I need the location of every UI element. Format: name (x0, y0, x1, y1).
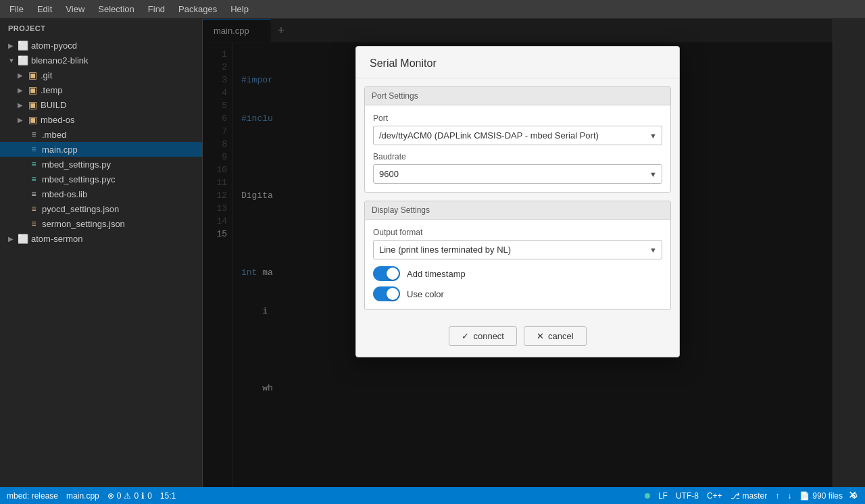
right-sidebar (833, 19, 865, 487)
sidebar-item-label: mbed_settings.pyc (42, 174, 115, 184)
output-format-select[interactable]: Line (print lines terminated by NL)Both … (373, 240, 662, 259)
folder-icon: ▣ (27, 70, 38, 80)
sidebar-item-label: mbed-os (41, 115, 75, 125)
sidebar-item-label: sermon_settings.json (42, 219, 125, 229)
status-encoding[interactable]: UTF-8 (676, 491, 699, 501)
sidebar-item-temp[interactable]: ▶ ▣ .temp (0, 82, 202, 97)
file-icon-lib: ≡ (28, 188, 39, 199)
sidebar-item-label: atom-pyocd (31, 41, 77, 51)
menu-help[interactable]: Help (224, 0, 255, 18)
status-git[interactable]: ⎇ master (731, 491, 768, 501)
display-settings-header: Display Settings (365, 201, 670, 220)
baudrate-select[interactable]: 9600115200576003840019200480024001200 (373, 164, 662, 184)
connect-checkmark-icon: ✓ (462, 331, 469, 341)
baudrate-label: Baudrate (373, 152, 662, 161)
statusbar: mbed: release main.cpp ⊗ 0 ⚠ 0 ℹ 0 15:1 … (0, 487, 865, 504)
status-lang[interactable]: C++ (707, 491, 722, 501)
up-arrow-icon: ↑ (775, 491, 779, 501)
sidebar-item-mbed-settings-pyc[interactable]: ≡ mbed_settings.pyc (0, 172, 202, 186)
use-color-toggle[interactable] (373, 286, 400, 301)
sidebar-item-mbed-settings-py[interactable]: ≡ mbed_settings.py (0, 157, 202, 172)
port-label: Port (373, 114, 662, 123)
chevron-right-icon: ▶ (8, 235, 18, 243)
use-color-row: Use color (373, 286, 662, 301)
menu-selection[interactable]: Selection (91, 0, 141, 18)
sidebar-item-main-cpp[interactable]: ≡ main.cpp (0, 142, 202, 157)
sidebar-item-label: blenano2-blink (31, 55, 89, 66)
error-count: 0 (117, 491, 122, 501)
lang-label: C++ (707, 491, 722, 501)
sidebar-title: Project (0, 19, 202, 38)
output-format-label: Output format (373, 228, 662, 237)
file-icon-json2: ≡ (28, 218, 39, 229)
sidebar-item-mbed-os[interactable]: ▶ ▣ mbed-os (0, 112, 202, 127)
status-branch[interactable]: mbed: release (7, 491, 58, 501)
dialog-title: Serial Monitor (356, 47, 679, 78)
branch-label: mbed: release (7, 491, 58, 501)
project-icon: ⬜ (18, 40, 28, 51)
display-settings-body: Output format Line (print lines terminat… (365, 220, 670, 309)
files-label: 990 files (812, 491, 843, 501)
sidebar-item-git[interactable]: ▶ ▣ .git (0, 68, 202, 82)
sidebar-item-label: .mbed (42, 130, 66, 140)
sidebar-item-label: BUILD (41, 100, 66, 110)
add-timestamp-toggle[interactable] (373, 266, 400, 281)
status-down-arrow[interactable]: ↓ (787, 491, 791, 501)
chevron-right-icon: ▶ (18, 116, 27, 124)
status-left: mbed: release main.cpp ⊗ 0 ⚠ 0 ℹ 0 15:1 (7, 491, 645, 501)
sidebar-item-atom-pyocd[interactable]: ▶ ⬜ atom-pyocd (0, 38, 202, 53)
cursor-position: 15:1 (160, 491, 176, 501)
sidebar-item-build[interactable]: ▶ ▣ BUILD (0, 97, 202, 112)
sidebar-item-label: mbed-os.lib (42, 189, 87, 199)
sidebar-item-label: .temp (41, 85, 63, 95)
sidebar-item-atom-sermon[interactable]: ▶ ⬜ atom-sermon (0, 231, 202, 246)
menu-edit[interactable]: Edit (30, 0, 59, 18)
down-arrow-icon: ↓ (787, 491, 791, 501)
port-field-group: Port /dev/ttyACM0 (DAPLink CMSIS-DAP - m… (373, 114, 662, 145)
add-timestamp-label: Add timestamp (407, 269, 466, 279)
port-select[interactable]: /dev/ttyACM0 (DAPLink CMSIS-DAP - mbed S… (373, 126, 662, 145)
chevron-right-icon: ▶ (8, 42, 18, 49)
cancel-button[interactable]: ✕ cancel (524, 326, 587, 346)
menu-file[interactable]: File (3, 0, 30, 18)
cancel-label: cancel (548, 331, 574, 341)
lf-label: LF (658, 491, 668, 501)
menu-packages[interactable]: Packages (172, 0, 224, 18)
menu-find[interactable]: Find (141, 0, 172, 18)
sidebar-item-pyocd-settings[interactable]: ≡ pyocd_settings.json (0, 201, 202, 216)
status-errors[interactable]: ⊗ 0 ⚠ 0 ℹ 0 (107, 491, 152, 501)
file-icon-json: ≡ (28, 203, 39, 214)
info-icon: ℹ (141, 491, 145, 501)
chevron-down-icon: ▼ (8, 57, 18, 64)
status-up-arrow[interactable]: ↑ (775, 491, 779, 501)
status-files[interactable]: 📄 990 files (799, 491, 843, 501)
project-icon: ⬜ (18, 55, 28, 66)
sidebar-item-mbed[interactable]: ≡ .mbed (0, 127, 202, 142)
sidebar-item-blenano2-blink[interactable]: ▼ ⬜ blenano2-blink (0, 53, 202, 68)
status-lf[interactable]: LF (658, 491, 668, 501)
git-label: master (743, 491, 768, 501)
status-dot-item[interactable] (645, 493, 650, 499)
connect-button[interactable]: ✓ connect (449, 326, 517, 346)
git-branch-icon: ⎇ (731, 491, 740, 501)
status-file[interactable]: main.cpp (66, 491, 99, 501)
connect-label: connect (473, 331, 504, 341)
sidebar-item-sermon-settings[interactable]: ≡ sermon_settings.json (0, 216, 202, 231)
project-icon2: ⬜ (18, 233, 28, 244)
sidebar-item-label: mbed_settings.py (42, 159, 111, 170)
menu-view[interactable]: View (59, 0, 91, 18)
file-icon-pyc: ≡ (28, 174, 39, 184)
port-settings-section: Port Settings Port /dev/ttyACM0 (DAPLink… (364, 86, 671, 193)
sidebar-item-mbed-os-lib[interactable]: ≡ mbed-os.lib (0, 186, 202, 201)
file-icon-py: ≡ (28, 159, 39, 170)
warning-icon: ⚠ (124, 491, 131, 501)
menubar: File Edit View Selection Find Packages H… (0, 0, 865, 19)
baudrate-field-group: Baudrate 9600115200576003840019200480024… (373, 152, 662, 184)
close-button[interactable]: ✕ (848, 488, 857, 501)
chevron-right-icon: ▶ (18, 101, 27, 109)
folder-icon: ▣ (27, 84, 38, 95)
folder-icon: ▣ (27, 99, 38, 110)
files-icon: 📄 (799, 491, 810, 501)
status-cursor[interactable]: 15:1 (160, 491, 176, 501)
display-settings-section: Display Settings Output format Line (pri… (364, 201, 671, 310)
